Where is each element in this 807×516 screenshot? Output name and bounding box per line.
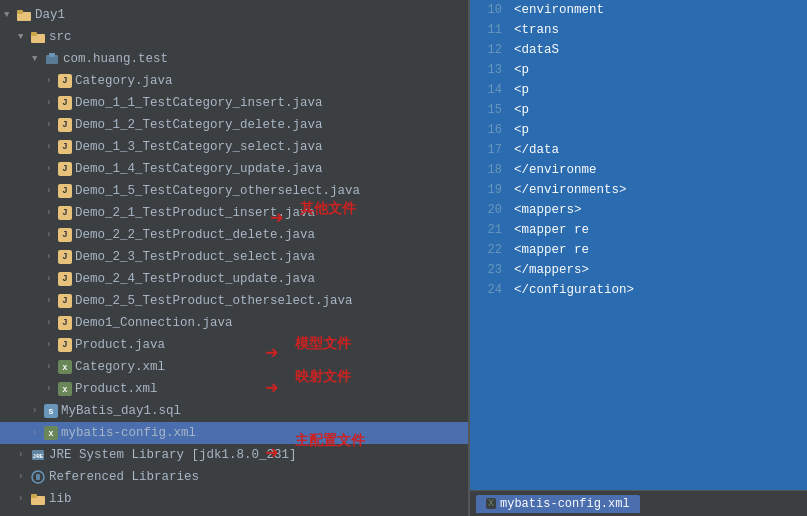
code-line: 14 <p [470,80,807,100]
code-line: 18 </environme [470,160,807,180]
project-tree[interactable]: ▼Day1▼src▼com.huang.test›JCategory.java›… [0,0,468,516]
tree-item-f9[interactable]: ›JDemo_2_3_TestProduct_select.java [0,246,468,268]
tree-item-f1[interactable]: ›JCategory.java [0,70,468,92]
code-line: 24</configuration> [470,280,807,300]
line-number: 14 [474,83,502,97]
java-icon: J [58,162,72,176]
tree-arrow: › [18,494,28,504]
tree-item-f6[interactable]: ›JDemo_1_5_TestCategory_otherselect.java [0,180,468,202]
line-number: 13 [474,63,502,77]
java-icon: J [58,96,72,110]
tree-arrow: › [46,384,56,394]
tree-label: Demo_2_5_TestProduct_otherselect.java [75,294,353,308]
java-icon: J [58,294,72,308]
code-line: 21 <mapper re [470,220,807,240]
line-number: 12 [474,43,502,57]
tree-arrow: › [46,274,56,284]
tree-item-f13[interactable]: ›JProduct.java [0,334,468,356]
line-code: <mapper re [514,243,589,257]
tree-arrow: › [46,362,56,372]
java-icon: J [58,74,72,88]
line-code: <mapper re [514,223,589,237]
svg-text:JRE: JRE [33,453,44,460]
tree-label: Product.xml [75,382,158,396]
tree-label: mybatis-config.xml [61,426,196,440]
tree-arrow: › [46,208,56,218]
tree-item-f8[interactable]: ›JDemo_2_2_TestProduct_delete.java [0,224,468,246]
line-number: 23 [474,263,502,277]
line-code: <environment [514,3,604,17]
line-code: <trans [514,23,559,37]
tree-label: Demo_1_4_TestCategory_update.java [75,162,323,176]
java-icon: J [58,316,72,330]
line-number: 16 [474,123,502,137]
active-tab[interactable]: X mybatis-config.xml [476,495,640,513]
tree-arrow: › [46,120,56,130]
tree-item-lib[interactable]: ›lib [0,488,468,510]
tree-item-sql1[interactable]: ›SMyBatis_day1.sql [0,400,468,422]
sql-icon: S [44,404,58,418]
line-code: <p [514,83,529,97]
tree-label: JRE System Library [jdk1.8.0_231] [49,448,297,462]
java-icon: J [58,140,72,154]
tree-label: com.huang.test [63,52,168,66]
line-number: 21 [474,223,502,237]
tree-label: Demo_1_3_TestCategory_select.java [75,140,323,154]
code-line: 22 <mapper re [470,240,807,260]
tree-item-pkg[interactable]: ▼com.huang.test [0,48,468,70]
svg-rect-11 [31,494,37,498]
tree-item-f12[interactable]: ›JDemo1_Connection.java [0,312,468,334]
tree-item-f14[interactable]: ›XCategory.xml [0,356,468,378]
tree-item-day1[interactable]: ▼Day1 [0,4,468,26]
tree-item-f11[interactable]: ›JDemo_2_5_TestProduct_otherselect.java [0,290,468,312]
java-icon: J [58,250,72,264]
tree-item-f5[interactable]: ›JDemo_1_4_TestCategory_update.java [0,158,468,180]
tree-item-reflibs[interactable]: ›Referenced Libraries [0,466,468,488]
file-tree-panel: ▼Day1▼src▼com.huang.test›JCategory.java›… [0,0,470,516]
line-number: 20 [474,203,502,217]
tree-item-f3[interactable]: ›JDemo_1_2_TestCategory_delete.java [0,114,468,136]
code-content: 10 <environment11 <trans12 <dataS13 <p14… [470,0,807,490]
tree-item-f7[interactable]: ›JDemo_2_1_TestProduct_insert.java [0,202,468,224]
tree-arrow: ▼ [32,54,42,64]
tree-arrow: ▼ [4,10,14,20]
tree-item-f4[interactable]: ›JDemo_1_3_TestCategory_select.java [0,136,468,158]
tree-arrow: › [32,428,42,438]
tree-arrow: ▼ [18,32,28,42]
jre-icon: JRE [30,447,46,463]
code-line: 11 <trans [470,20,807,40]
line-code: </environme [514,163,597,177]
line-number: 10 [474,3,502,17]
java-icon: J [58,338,72,352]
tree-item-jre[interactable]: ›JREJRE System Library [jdk1.8.0_231] [0,444,468,466]
tab-filename: mybatis-config.xml [500,497,630,511]
xml-icon: X [58,360,72,374]
code-line: 12 <dataS [470,40,807,60]
tree-arrow: › [18,472,28,482]
tree-label: lib [49,492,72,506]
tree-arrow: › [46,76,56,86]
code-line: 10 <environment [470,0,807,20]
code-line: 19</environments> [470,180,807,200]
java-icon: J [58,184,72,198]
tree-arrow: › [46,252,56,262]
tree-item-f10[interactable]: ›JDemo_2_4_TestProduct_update.java [0,268,468,290]
tree-label: Demo_1_1_TestCategory_insert.java [75,96,323,110]
line-code: <mappers> [514,203,582,217]
folder-icon [16,7,32,23]
code-line: 17 </data [470,140,807,160]
svg-rect-5 [49,53,55,57]
tree-label: Demo_1_5_TestCategory_otherselect.java [75,184,360,198]
java-icon: J [58,228,72,242]
tree-item-src[interactable]: ▼src [0,26,468,48]
tree-item-f15[interactable]: ›XProduct.xml [0,378,468,400]
tree-item-f2[interactable]: ›JDemo_1_1_TestCategory_insert.java [0,92,468,114]
tree-arrow: › [46,98,56,108]
lib-icon [30,469,46,485]
line-code: <dataS [514,43,559,57]
svg-rect-1 [17,10,23,14]
line-number: 15 [474,103,502,117]
tree-item-cfg[interactable]: ›Xmybatis-config.xml [0,422,468,444]
code-line: 20 <mappers> [470,200,807,220]
tree-label: Category.xml [75,360,165,374]
